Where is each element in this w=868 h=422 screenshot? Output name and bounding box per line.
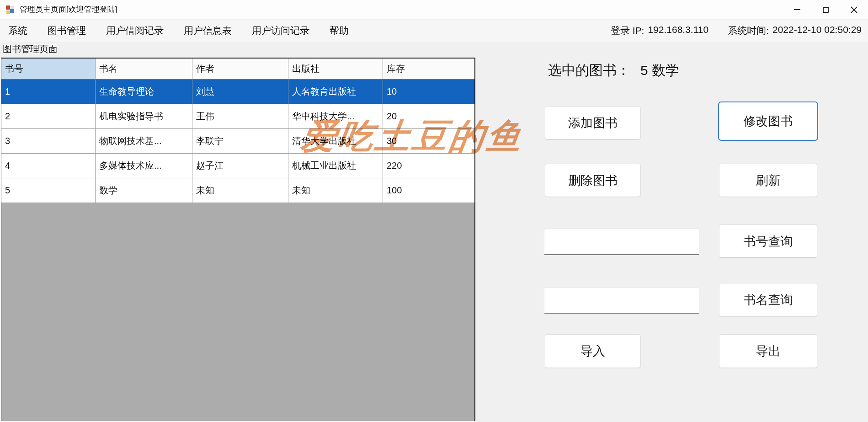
minimize-button[interactable] [783,0,811,19]
page-title: 图书管理页面 [3,43,58,55]
cell-book-id[interactable]: 5 [1,178,96,203]
cell-stock[interactable]: 100 [383,178,474,203]
system-time-value: 2022-12-10 02:50:29 [772,24,862,37]
column-header-author[interactable]: 作者 [192,59,288,79]
cell-book-id[interactable]: 2 [1,104,96,128]
table-row[interactable]: 4 多媒体技术应... 赵子江 机械工业出版社 220 [1,154,474,178]
delete-book-button[interactable]: 删除图书 [545,164,641,197]
refresh-button[interactable]: 刷新 [719,164,817,197]
close-icon [851,6,857,13]
import-button[interactable]: 导入 [545,334,641,368]
login-ip-label: 登录 IP: [611,24,644,37]
menu-system[interactable]: 系统 [8,24,27,37]
cell-author[interactable]: 赵子江 [192,154,288,178]
column-header-publisher[interactable]: 出版社 [288,59,383,79]
modify-book-button[interactable]: 修改图书 [718,101,818,141]
query-by-id-button[interactable]: 书号查询 [719,224,817,258]
menu-help[interactable]: 帮助 [330,24,349,37]
cell-book-name[interactable]: 多媒体技术应... [96,154,192,178]
cell-book-id[interactable]: 4 [1,154,96,178]
login-ip-value: 192.168.3.110 [648,24,708,37]
cell-stock[interactable]: 20 [383,104,474,128]
cell-book-name[interactable]: 生命教导理论 [96,80,192,104]
cell-book-id[interactable]: 3 [1,129,96,153]
selected-book-label: 选中的图书： [548,61,630,80]
app-icon [6,5,15,14]
cell-publisher[interactable]: 华中科技大学... [288,104,383,128]
cell-stock[interactable]: 30 [383,129,474,153]
cell-publisher[interactable]: 人名教育出版社 [288,80,383,104]
menu-book-management[interactable]: 图书管理 [48,24,86,37]
query-by-name-button[interactable]: 书名查询 [719,283,817,316]
minimize-icon [794,9,800,10]
table-row[interactable]: 2 机电实验指导书 王伟 华中科技大学... 20 [1,104,474,129]
maximize-icon [823,7,829,13]
book-name-search-input[interactable] [544,287,699,314]
export-button[interactable]: 导出 [719,334,817,368]
cell-stock[interactable]: 10 [383,80,474,104]
selected-book-line: 选中的图书： 5 数学 [548,61,679,80]
table-header-row: 书号 书名 作者 出版社 库存 [1,59,474,80]
cell-book-name[interactable]: 物联网技术基... [96,129,192,153]
books-table: 书号 书名 作者 出版社 库存 1 生命教导理论 刘慧 人名教育出版社 10 2… [1,58,475,421]
column-header-book-name[interactable]: 书名 [96,59,192,79]
window-title: 管理员主页面[欢迎管理登陆] [20,4,117,15]
cell-author[interactable]: 刘慧 [192,80,288,104]
system-time-label: 系统时间: [728,24,769,37]
table-row[interactable]: 3 物联网技术基... 李联宁 清华大学出版社 30 [1,129,474,154]
cell-publisher[interactable]: 未知 [288,178,383,203]
cell-author[interactable]: 王伟 [192,104,288,128]
cell-book-id[interactable]: 1 [1,80,96,104]
cell-publisher[interactable]: 清华大学出版社 [288,129,383,153]
table-row[interactable]: 5 数学 未知 未知 100 [1,178,474,203]
table-row-selected[interactable]: 1 生命教导理论 刘慧 人名教育出版社 10 [1,80,474,104]
menu-user-borrow-records[interactable]: 用户借阅记录 [106,24,164,37]
column-header-book-id[interactable]: 书号 [1,59,96,79]
maximize-button[interactable] [811,0,840,19]
add-book-button[interactable]: 添加图书 [545,106,641,139]
cell-publisher[interactable]: 机械工业出版社 [288,154,383,178]
cell-stock[interactable]: 220 [383,154,474,178]
cell-author[interactable]: 李联宁 [192,129,288,153]
menu-user-info-table[interactable]: 用户信息表 [184,24,232,37]
title-bar: 管理员主页面[欢迎管理登陆] [0,0,868,19]
menu-bar: 系统 图书管理 用户借阅记录 用户信息表 用户访问记录 帮助 登录 IP: 19… [0,20,868,42]
close-button[interactable] [840,0,868,19]
selected-book-value: 5 数学 [640,61,679,80]
menu-user-visit-records[interactable]: 用户访问记录 [252,24,309,37]
cell-book-name[interactable]: 机电实验指导书 [96,104,192,128]
cell-book-name[interactable]: 数学 [96,178,192,203]
column-header-stock[interactable]: 库存 [383,59,474,79]
book-id-search-input[interactable] [544,229,699,255]
cell-author[interactable]: 未知 [192,178,288,203]
